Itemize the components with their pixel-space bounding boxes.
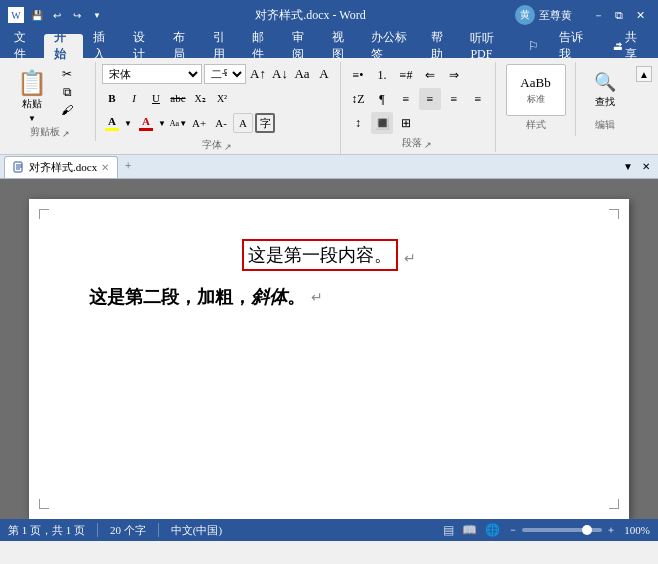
format-painter-button[interactable]: 🖌 [56, 102, 78, 118]
zoom-thumb [582, 525, 592, 535]
doc-tab-name: 对齐样式.docx [29, 160, 97, 175]
svg-rect-0 [614, 47, 622, 50]
restore-button[interactable]: ⧉ [609, 5, 629, 25]
clipboard-mini-buttons: ✂ ⧉ 🖌 [56, 64, 78, 118]
ribbon-collapse-button[interactable]: ▲ [636, 66, 652, 82]
redo-icon[interactable]: ↪ [68, 6, 86, 24]
language: 中文(中国) [171, 523, 222, 538]
window-title: 对齐样式.docx - Word [106, 7, 515, 24]
tab-review[interactable]: 审阅 [282, 34, 322, 58]
zoom-slider[interactable]: － ＋ [508, 523, 616, 537]
font-name-row: 宋体 二号 A↑ A↓ Aa A [102, 64, 334, 84]
decrease-indent[interactable]: ⇐ [419, 64, 441, 86]
cut-button[interactable]: ✂ [56, 66, 78, 82]
tab-close-button[interactable]: ✕ [101, 162, 109, 173]
font-color-row: A ▼ A ▼ Aa▼ A+ A- A 字 [102, 112, 334, 134]
styles-gallery-button[interactable]: AaBb 标准 [506, 64, 566, 116]
borders-button[interactable]: ⊞ [395, 112, 417, 134]
close-button[interactable]: ✕ [630, 5, 650, 25]
subscript-button[interactable]: X₂ [190, 88, 210, 108]
tab-share[interactable]: 共享 [603, 34, 654, 58]
font-size-increase[interactable]: A↑ [248, 64, 268, 84]
justify[interactable]: ≡ [467, 88, 489, 110]
tab-design[interactable]: 设计 [123, 34, 163, 58]
font-border[interactable]: 字 [255, 113, 275, 133]
zoom-track[interactable] [522, 528, 602, 532]
zoom-minus[interactable]: － [508, 523, 518, 537]
tab-help[interactable]: 帮助 [421, 34, 461, 58]
sort-button[interactable]: ↕Z [347, 88, 369, 110]
clear-formatting[interactable]: A [314, 64, 334, 84]
font-size-dec2[interactable]: A- [211, 113, 231, 133]
font-label-row: 字体 ↗ [102, 136, 334, 154]
tab-tingting-pdf[interactable]: 听听PDF [460, 34, 518, 58]
aa-dropdown[interactable]: Aa▼ [170, 119, 187, 128]
paste-button[interactable]: 📋 粘贴 [10, 64, 54, 116]
font-group: 宋体 二号 A↑ A↓ Aa A B I U abc X₂ X² A [96, 62, 341, 154]
tab-insert[interactable]: 插入 [83, 34, 123, 58]
tab-references[interactable]: 引用 [203, 34, 243, 58]
customize-icon[interactable]: ▼ [88, 6, 106, 24]
line-spacing[interactable]: ↕ [347, 112, 369, 134]
para-label: 段落 [402, 136, 422, 152]
font-size-select[interactable]: 二号 [204, 64, 246, 84]
font-name-select[interactable]: 宋体 [102, 64, 202, 84]
italic-button[interactable]: I [124, 88, 144, 108]
highlight-dropdown[interactable]: ▼ [124, 119, 132, 128]
minimize-button[interactable]: － [588, 5, 608, 25]
doc-tab-icon [13, 161, 25, 173]
font-size-decrease[interactable]: A↓ [270, 64, 290, 84]
font-size-inc2[interactable]: A+ [189, 113, 209, 133]
para-expand[interactable]: ↗ [424, 140, 434, 150]
bold-button[interactable]: B [102, 88, 122, 108]
user-area: 黄 至尊黄 [515, 5, 572, 25]
copy-button[interactable]: ⧉ [56, 84, 78, 100]
font-color-dropdown[interactable]: ▼ [158, 119, 166, 128]
align-center[interactable]: ≡ [419, 88, 441, 110]
tab-close-all[interactable]: ✕ [638, 159, 654, 175]
change-case[interactable]: Aa [292, 64, 312, 84]
align-left[interactable]: ≡ [395, 88, 417, 110]
underline-button[interactable]: U [146, 88, 166, 108]
tab-office-tags[interactable]: 办公标签 [361, 34, 420, 58]
increase-indent[interactable]: ⇒ [443, 64, 465, 86]
status-bar: 第 1 页，共 1 页 20 个字 中文(中国) ▤ 📖 🌐 － ＋ 100% [0, 519, 658, 541]
font-shading[interactable]: A [233, 113, 253, 133]
save-icon[interactable]: 💾 [28, 6, 46, 24]
view-normal-icon[interactable]: ▤ [443, 523, 454, 538]
strikethrough-button[interactable]: abc [168, 88, 188, 108]
tab-view[interactable]: 视图 [322, 34, 362, 58]
page-count: 第 1 页，共 1 页 [8, 523, 85, 538]
superscript-button[interactable]: X² [212, 88, 232, 108]
view-read-icon[interactable]: 📖 [462, 523, 477, 538]
shading-button[interactable]: 🔳 [371, 112, 393, 134]
numbering-button[interactable]: 1. [371, 64, 393, 86]
font-color-button[interactable]: A [136, 112, 156, 134]
tab-scroll-down[interactable]: ▼ [620, 159, 636, 175]
show-formatting[interactable]: ¶ [371, 88, 393, 110]
text-highlight-button[interactable]: A [102, 112, 122, 134]
paste-dropdown[interactable]: ▼ [28, 114, 36, 123]
tab-tell-me[interactable]: 告诉我 [549, 34, 599, 58]
tab-mailings[interactable]: 邮件 [242, 34, 282, 58]
multilevel-button[interactable]: ≡# [395, 64, 417, 86]
clipboard-expand[interactable]: ↗ [62, 129, 72, 139]
new-tab-button[interactable]: + [118, 157, 138, 177]
undo-icon[interactable]: ↩ [48, 6, 66, 24]
font-expand[interactable]: ↗ [224, 142, 234, 152]
username: 至尊黄 [539, 8, 572, 23]
font-label: 字体 [202, 138, 222, 154]
styles-label-row: 样式 [502, 116, 569, 134]
tab-layout[interactable]: 布局 [163, 34, 203, 58]
bullets-button[interactable]: ≡• [347, 64, 369, 86]
zoom-plus[interactable]: ＋ [606, 523, 616, 537]
find-button[interactable]: 🔍 查找 [582, 64, 628, 116]
font-controls: 宋体 二号 A↑ A↓ Aa A B I U abc X₂ X² A [102, 64, 334, 136]
document-page[interactable]: 这是第一段内容。 ↵ 这是第二段，加粗，斜体。 ↵ [29, 199, 629, 519]
tab-flag[interactable]: ⚐ [518, 34, 549, 58]
tab-home[interactable]: 开始 [44, 34, 84, 58]
view-web-icon[interactable]: 🌐 [485, 523, 500, 538]
document-tab[interactable]: 对齐样式.docx ✕ [4, 156, 118, 178]
tab-file[interactable]: 文件 [4, 34, 44, 58]
align-right[interactable]: ≡ [443, 88, 465, 110]
